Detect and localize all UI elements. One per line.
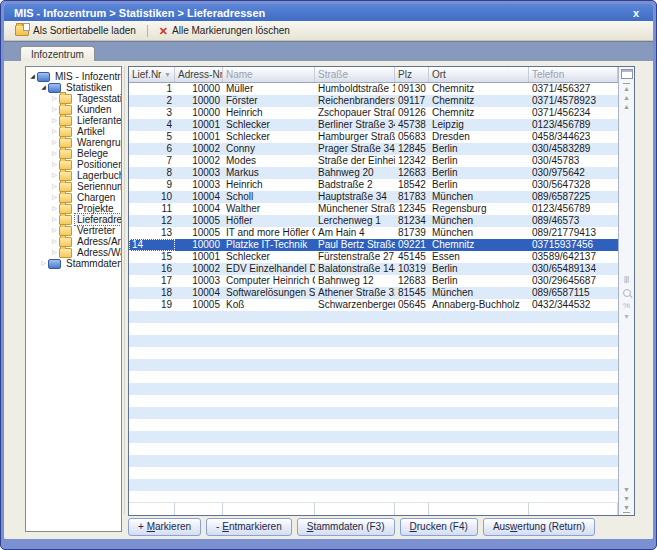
chevron-collapsed-icon[interactable]: ▷ [50,104,59,115]
clear-marks-button[interactable]: ✕ Alle Markierungen löschen [154,24,295,37]
cell: Softwarelösungen Scholl Gmb [223,287,315,299]
tree-item-kunden[interactable]: ▷Kunden [26,104,121,115]
tree-item-lagerbuchungen[interactable]: ▷Lagerbuchungen [26,170,121,181]
chevron-collapsed-icon[interactable]: ▷ [50,181,59,192]
tab-infozentrum[interactable]: Infozentrum [20,46,95,61]
chevron-collapsed-icon[interactable]: ▷ [50,126,59,137]
table-row[interactable]: 1810004Softwarelösungen Scholl GmbAthene… [129,287,618,299]
tree-item-projekte[interactable]: ▷Projekte [26,203,121,214]
cell: 1 [129,83,175,95]
tree-item-belege[interactable]: ▷Belege [26,148,121,159]
tree-item-adress-artikel[interactable]: ▷Adress/Artikel [26,236,121,247]
scroll-up-icon[interactable]: ▲ [623,102,630,111]
tree-item-adress-warengruppen[interactable]: ▷Adress/Warengruppen [26,247,121,258]
chevron-collapsed-icon[interactable]: ▷ [50,192,59,203]
table-row[interactable]: 1710003Computer Heinrich GmbHBahnweg 121… [129,275,618,287]
scroll-down-icon[interactable]: ▼ [623,485,630,494]
grid-body: 110000MüllerHumboldtstraße 1009130Chemni… [129,83,618,502]
chevron-expanded-icon[interactable]: ◢ [39,82,48,93]
table-row[interactable]: 610002ConnyPrager Straße 3412845Berlin03… [129,143,618,155]
chevron-collapsed-icon[interactable]: ▷ [50,247,59,258]
footer-cell [429,503,529,515]
cell: Reichenbranderstraße 3 [315,95,395,107]
table-row[interactable]: 410001SchleckerBerliner Straße 3445738Le… [129,119,618,131]
drucken-button[interactable]: Drucken (F4) [400,518,478,536]
tree-item-artikel[interactable]: ▷Artikel [26,126,121,137]
chevron-collapsed-icon[interactable]: ▷ [50,203,59,214]
column-chooser-icon[interactable] [621,69,633,79]
table-row[interactable]: 710002ModesStraße der Einheit 3412342Ber… [129,155,618,167]
empty-row [129,479,618,491]
cell: 09130 [395,83,429,95]
scroll-last-icon[interactable]: ▼ [623,503,630,513]
chevron-collapsed-icon[interactable]: ▷ [50,170,59,181]
tree-item-warengruppen[interactable]: ▷Warengruppen [26,137,121,148]
chevron-expanded-icon[interactable]: ◢ [28,71,37,82]
table-row[interactable]: 1610002EDV Einzelhandel Dietsch GmbBalat… [129,263,618,275]
markieren-button[interactable]: + Markieren [128,518,201,536]
cell: 0458/344623 [529,131,618,143]
search-icon[interactable] [623,289,631,297]
entmarkieren-button[interactable]: - Entmarkieren [206,518,292,536]
cell: Berlin [429,263,529,275]
footer-cell [175,503,223,515]
column-header-col-adressnr[interactable]: Adress-Nr. [175,67,223,82]
auswertung-button[interactable]: Auswertung (Return) [483,518,595,536]
load-sort-table-button[interactable]: Als Sortiertabelle laden [10,24,141,37]
cell: 81545 [395,287,429,299]
tree-item-vertreter[interactable]: ▷Vertreter [26,225,121,236]
chevron-collapsed-icon[interactable]: ▷ [50,148,59,159]
table-row[interactable]: 510001SchleckerHamburger Straße05683Dres… [129,131,618,143]
tree-item-tagesstatistik[interactable]: ▷Tagesstatistik [26,93,121,104]
chevron-collapsed-icon[interactable]: ▷ [50,93,59,104]
chevron-collapsed-icon[interactable]: ▷ [50,225,59,236]
cell: Markus [223,167,315,179]
chevron-collapsed-icon[interactable]: ▷ [50,115,59,126]
scroll-page-down-icon[interactable]: ▼ [623,494,630,503]
table-row[interactable]: 1010004SchollHauptstraße 3481783München0… [129,191,618,203]
table-row[interactable]: 310000HeinrichZschopauer Straße 28009126… [129,107,618,119]
chevron-collapsed-icon[interactable]: ▷ [50,214,59,225]
tree-item-stammdaten[interactable]: ▷Stammdaten [26,258,121,269]
table-row[interactable]: 110000MüllerHumboldtstraße 1009130Chemni… [129,83,618,95]
close-icon[interactable]: x [629,7,643,19]
fit-icon[interactable]: ▾ [624,311,628,322]
table-row[interactable]: 1410000Platzke IT-TechnikPaul Bertz Stra… [129,239,618,251]
columns-icon[interactable]: Ⅲ [624,275,630,286]
table-row[interactable]: 1510001SchleckerFürstenstraße 2745145Ess… [129,251,618,263]
cell: 3 [129,107,175,119]
column-header-col-strasse[interactable]: Straße [315,67,395,82]
tree-item-lieferanten[interactable]: ▷Lieferanten [26,115,121,126]
tree-item-seriennummern[interactable]: ▷Seriennummern [26,181,121,192]
percent-icon[interactable]: % [623,300,630,311]
chevron-collapsed-icon[interactable]: ▷ [39,258,48,269]
column-header-col-liefnr[interactable]: Lief.Nr▼ [129,67,175,82]
tree-item-statistiken[interactable]: ◢Statistiken [26,82,121,93]
cell: Chemnitz [429,239,529,251]
chevron-collapsed-icon[interactable]: ▷ [50,159,59,170]
tree-item-lieferadressen[interactable]: ▷Lieferadressen [26,214,121,225]
table-row[interactable]: 910003HeinrichBadstraße 218542Berlin030/… [129,179,618,191]
table-row[interactable]: 1310005IT and more Höfler OHGAm Hain 481… [129,227,618,239]
tree-item-label: Positionen [75,159,122,170]
table-row[interactable]: 1210005HöflerLerchenweg 181234München089… [129,215,618,227]
column-header-col-name[interactable]: Name [223,67,315,82]
stammdaten-button[interactable]: Stammdaten (F3) [297,518,395,536]
table-row[interactable]: 1110004WaltherMünchener Straße 2312345Re… [129,203,618,215]
scroll-page-up-icon[interactable]: ▲ [623,93,630,102]
tree-item-mis-infozentrum[interactable]: ◢MIS - Infozentrum [26,71,121,82]
table-row[interactable]: 810003MarkusBahnweg 2012683Berlin030/975… [129,167,618,179]
column-header-col-ort[interactable]: Ort [429,67,529,82]
table-row[interactable]: 210000FörsterReichenbranderstraße 309117… [129,95,618,107]
cell: 03589/642137 [529,251,618,263]
tree-item-positionen[interactable]: ▷Positionen [26,159,121,170]
column-header-col-plz[interactable]: Plz [395,67,429,82]
table-row[interactable]: 1910005KoßSchwarzenberger Straße05645Ann… [129,299,618,311]
chevron-collapsed-icon[interactable]: ▷ [50,236,59,247]
column-header-col-telefon[interactable]: Telefon [529,67,618,82]
chevron-collapsed-icon[interactable]: ▷ [50,137,59,148]
tab-label: Infozentrum [31,49,84,60]
tree-item-chargen[interactable]: ▷Chargen [26,192,121,203]
cell: Modes [223,155,315,167]
scroll-first-icon[interactable]: ▲ [623,83,630,93]
